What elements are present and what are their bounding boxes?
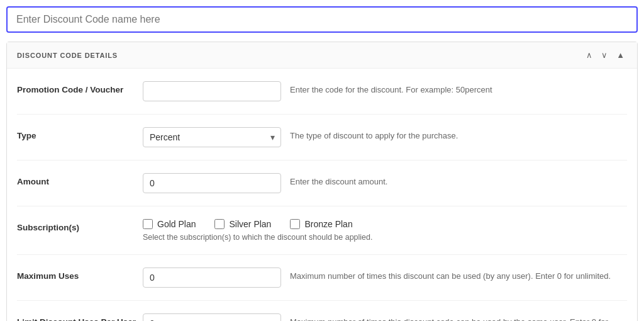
type-label: Type: [17, 127, 143, 140]
maximum-uses-row: Maximum Uses Maximum number of times thi…: [17, 255, 627, 301]
amount-hint: Enter the discount amount.: [281, 173, 387, 186]
subscriptions-control: Gold Plan Silver Plan Bronze Plan Select…: [143, 219, 373, 242]
discount-name-input[interactable]: [6, 6, 638, 33]
limit-per-user-hint: Maximum number of times this discount co…: [281, 313, 627, 321]
maximum-uses-field-area: Maximum number of times this discount ca…: [143, 268, 627, 288]
subscription-option-bronze[interactable]: Bronze Plan: [290, 219, 352, 229]
type-hint: The type of discount to apply for the pu…: [281, 127, 458, 140]
limit-per-user-row: Limit Discount Uses Per User Maximum num…: [17, 301, 627, 321]
subscription-option-gold[interactable]: Gold Plan: [143, 219, 196, 229]
type-select-wrapper: Percent Fixed: [143, 127, 281, 147]
section-title: DISCOUNT CODE DETAILS: [17, 52, 118, 59]
subscriptions-row: Subscription(s) Gold Plan Silver Plan: [17, 206, 627, 255]
limit-per-user-field-area: Maximum number of times this discount co…: [143, 313, 627, 321]
maximum-uses-input[interactable]: [143, 268, 281, 288]
amount-input[interactable]: [143, 173, 281, 193]
limit-per-user-input[interactable]: [143, 313, 281, 321]
section-card: DISCOUNT CODE DETAILS ∧ ∨ ▲ Promotion Co…: [6, 42, 638, 321]
maximum-uses-label: Maximum Uses: [17, 268, 143, 281]
promotion-code-hint: Enter the code for the discount. For exa…: [281, 81, 492, 94]
amount-row: Amount Enter the discount amount.: [17, 160, 627, 206]
type-select[interactable]: Percent Fixed: [143, 127, 281, 147]
gold-plan-checkbox[interactable]: [143, 219, 153, 229]
bronze-plan-label: Bronze Plan: [304, 219, 352, 229]
chevron-up-button[interactable]: ∧: [584, 50, 595, 60]
subscription-option-silver[interactable]: Silver Plan: [214, 219, 271, 229]
maximum-uses-hint: Maximum number of times this discount ca…: [281, 268, 611, 281]
promotion-code-row: Promotion Code / Voucher Enter the code …: [17, 69, 627, 115]
page-wrapper: DISCOUNT CODE DETAILS ∧ ∨ ▲ Promotion Co…: [0, 0, 644, 321]
subscriptions-label: Subscription(s): [17, 219, 143, 232]
promotion-code-input[interactable]: [143, 81, 281, 101]
bronze-plan-checkbox[interactable]: [290, 219, 300, 229]
subscriptions-options: Gold Plan Silver Plan Bronze Plan: [143, 219, 373, 229]
caret-up-button[interactable]: ▲: [614, 50, 627, 60]
silver-plan-label: Silver Plan: [229, 219, 271, 229]
promotion-code-label: Promotion Code / Voucher: [17, 81, 143, 94]
chevron-down-button[interactable]: ∨: [599, 50, 610, 60]
subscriptions-hint: Select the subscription(s) to which the …: [143, 233, 373, 242]
section-header: DISCOUNT CODE DETAILS ∧ ∨ ▲: [7, 42, 637, 69]
silver-plan-checkbox[interactable]: [214, 219, 225, 229]
amount-field-area: Enter the discount amount.: [143, 173, 627, 193]
form-body: Promotion Code / Voucher Enter the code …: [7, 69, 637, 321]
type-row: Type Percent Fixed The type of discount …: [17, 115, 627, 160]
promotion-code-field-area: Enter the code for the discount. For exa…: [143, 81, 627, 101]
amount-label: Amount: [17, 173, 143, 186]
header-icons: ∧ ∨ ▲: [584, 50, 627, 60]
gold-plan-label: Gold Plan: [157, 219, 196, 229]
limit-per-user-label: Limit Discount Uses Per User: [17, 313, 143, 321]
type-field-area: Percent Fixed The type of discount to ap…: [143, 127, 627, 147]
